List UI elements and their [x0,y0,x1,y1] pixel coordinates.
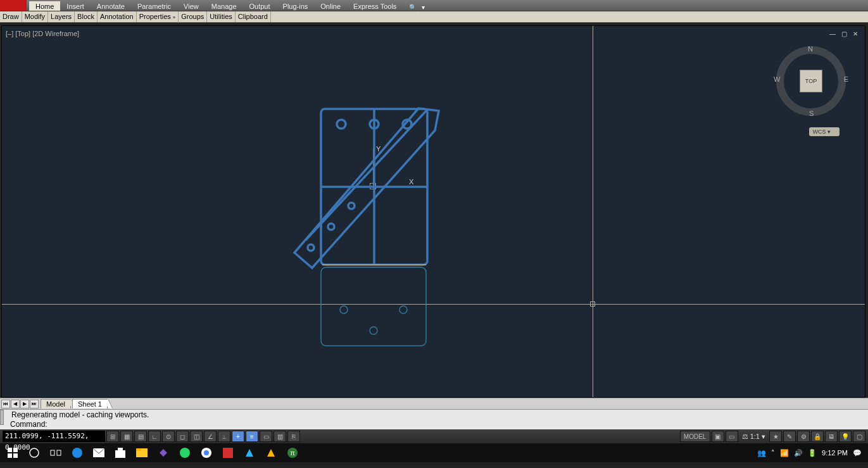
taskbar-app2-icon[interactable] [261,444,281,462]
view-cube-face[interactable]: TOP [800,70,822,92]
command-prompt: Command: [10,420,47,429]
viewport-maximize-button[interactable]: ▢ [840,30,848,37]
start-button[interactable] [3,444,23,462]
drawing-viewport[interactable]: [–] [Top] [2D Wireframe] — ▢ ✕ TOP N S W… [1,25,865,398]
wcs-dropdown[interactable]: WCS ▾ [809,127,840,136]
status-hardware-icon[interactable]: 🖥 [825,431,838,442]
command-input[interactable] [47,420,49,429]
tab-nav-first[interactable]: ⏮ [1,400,10,408]
status-lwt[interactable]: ≡ [246,431,258,442]
chrome-icon[interactable] [196,444,217,462]
svg-point-10 [348,203,355,209]
status-workspace-icon[interactable]: ⚙ [797,431,810,442]
app-menu-button[interactable] [0,0,27,11]
ribbon-tab-online[interactable]: Online [314,1,347,11]
status-snap[interactable]: ▦ [120,431,133,442]
status-ortho[interactable]: ∟ [148,431,161,442]
viewport-close-button[interactable]: ✕ [851,30,860,37]
ribbon-tab-insert[interactable]: Insert [60,1,91,11]
command-history: Regenerating model - caching viewports. [6,410,868,420]
layout-tab-sheet1[interactable]: Sheet 1 [72,399,108,408]
compass-s[interactable]: S [809,110,814,117]
visualstudio-icon[interactable] [153,444,173,462]
ribbon-tab-view[interactable]: View [177,1,205,11]
panel-layers[interactable]: Layers [48,11,75,22]
status-osnap[interactable]: ◻ [176,431,189,442]
svg-rect-18 [13,453,18,458]
compass-w[interactable]: W [774,75,780,83]
ribbon-tab-output[interactable]: Output [243,1,277,11]
command-line[interactable]: Regenerating model - caching viewports. … [0,409,868,429]
acrobat-icon[interactable] [218,444,238,462]
compass-n[interactable]: N [808,45,813,53]
tray-notifications-icon[interactable]: 💬 [853,449,862,457]
svg-point-6 [403,120,412,129]
status-tpy[interactable]: ▭ [260,431,272,442]
ribbon-tab-home[interactable]: Home [29,1,60,11]
coordinate-display[interactable]: 211.0999, -111.5592, 0.0000 [3,431,105,442]
status-toolbar-lock-icon[interactable]: 🔒 [811,431,824,442]
status-annoauto-icon[interactable]: ✎ [783,431,796,442]
status-annoscale[interactable]: ⚖ 1:1 ▾ [739,433,768,441]
taskbar-pi-icon[interactable]: π [282,444,303,462]
panel-groups[interactable]: Groups [179,11,207,22]
status-layout-grid-icon[interactable]: ▣ [712,431,724,442]
status-model-button[interactable]: MODEL [680,431,710,442]
tray-people-icon[interactable]: 👥 [757,449,766,457]
status-otrack[interactable]: ∠ [204,431,217,442]
status-qp[interactable]: ▥ [274,431,286,442]
tray-network-icon[interactable]: 📶 [780,449,789,457]
status-sc[interactable]: ⎘ [287,431,300,442]
status-3dosnap[interactable]: ◫ [190,431,203,442]
taskview-icon[interactable] [46,444,66,462]
panel-clipboard[interactable]: Clipboard [236,11,271,22]
viewport-minimize-button[interactable]: — [828,30,837,37]
store-icon[interactable] [110,444,130,462]
status-grid[interactable]: ▤ [134,431,147,442]
status-infer[interactable]: ⊞ [106,431,119,442]
whatsapp-icon[interactable] [175,444,195,462]
explorer-icon[interactable] [132,444,152,462]
status-ducs[interactable]: ⟂ [218,431,230,442]
svg-point-8 [308,244,314,251]
system-tray: 👥 ˄ 📶 🔊 🔋 9:12 PM 💬 [757,449,865,457]
layout-tab-model[interactable]: Model [41,399,71,408]
status-cleanscreen-icon[interactable]: ▢ [853,431,865,442]
command-drag-handle[interactable] [0,410,4,425]
tray-volume-icon[interactable]: 🔊 [794,449,803,457]
mail-icon[interactable] [89,444,109,462]
svg-rect-15 [8,448,12,452]
status-dyn[interactable]: + [232,431,244,442]
tray-expand-icon[interactable]: ˄ [771,449,775,457]
panel-annotation[interactable]: Annotation [97,11,137,22]
view-cube[interactable]: TOP N S W E [776,46,846,116]
ribbon-tab-plugins[interactable]: Plug-ins [277,1,315,11]
tab-nav-last[interactable]: ⏭ [30,400,39,408]
ribbon-tab-annotate[interactable]: Annotate [91,1,131,11]
viewport-label[interactable]: [–] [Top] [2D Wireframe] [6,30,79,37]
tray-clock[interactable]: 9:12 PM [822,449,848,457]
svg-point-28 [180,448,190,458]
panel-properties[interactable]: Properties» [137,11,179,23]
ribbon-tab-parametric[interactable]: Parametric [131,1,177,11]
qat-dropdown[interactable]: ▾ [422,4,425,11]
status-quickview-icon[interactable]: ▭ [726,431,738,442]
panel-utilities[interactable]: Utilities [207,11,235,22]
tray-battery-icon[interactable]: 🔋 [808,449,817,457]
taskbar-app1-icon[interactable] [239,444,260,462]
svg-rect-20 [51,450,54,455]
search-icon[interactable]: 🔍 [409,4,417,11]
edge-icon[interactable] [67,444,87,462]
panel-draw[interactable]: Draw [0,11,22,22]
panel-modify[interactable]: Modify [22,11,48,22]
ribbon-tab-manage[interactable]: Manage [205,1,243,11]
status-annovis-icon[interactable]: ★ [769,431,782,442]
panel-block[interactable]: Block [75,11,97,22]
compass-e[interactable]: E [844,75,848,83]
tab-nav-next[interactable]: ▶ [20,400,29,408]
status-isolate-icon[interactable]: 💡 [839,431,852,442]
status-polar[interactable]: ⊙ [162,431,175,442]
ribbon-tab-express[interactable]: Express Tools [347,1,403,11]
cortana-icon[interactable] [24,444,44,462]
tab-nav-prev[interactable]: ◀ [11,400,20,408]
